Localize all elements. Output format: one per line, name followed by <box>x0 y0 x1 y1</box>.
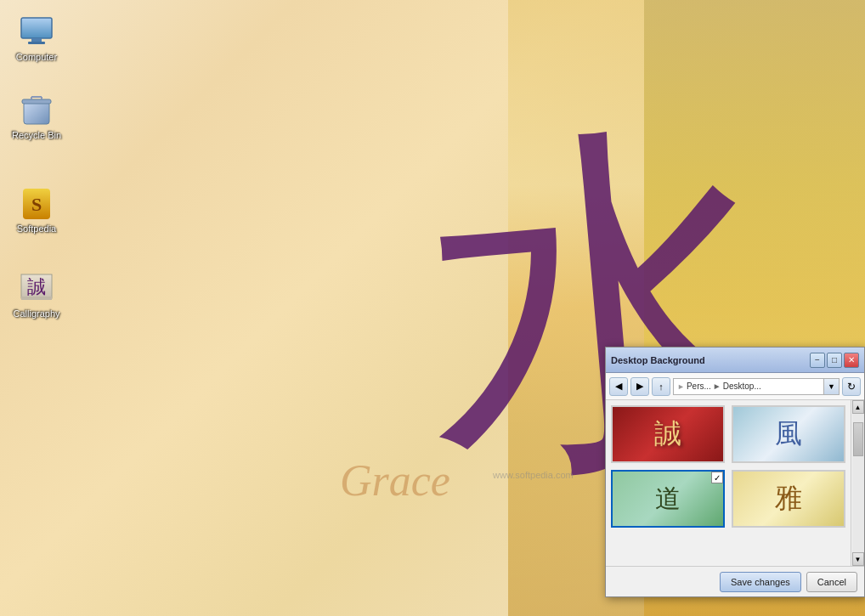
dialog-content: 誠 風 道 ✓ <box>606 400 864 566</box>
calligraphy-icon-label: Calligraphy <box>13 308 59 319</box>
address-bar: ◀ ▶ ↑ ► Pers... ► Desktop... ▼ ↻ <box>606 373 864 400</box>
desktop-background-dialog: Desktop Background − □ ✕ ◀ ▶ ↑ ► Pers...… <box>605 347 865 597</box>
wallpaper-thumb-3: 道 <box>611 470 725 528</box>
scrollbar: ▲ ▼ <box>851 400 864 566</box>
wallpaper-thumb-1: 誠 <box>611 405 725 463</box>
calligraphy-icon-img: 誠 <box>20 272 54 306</box>
scroll-up-button[interactable]: ▲ <box>852 400 864 414</box>
addr-path-1: Pers... <box>687 381 711 391</box>
svg-rect-1 <box>31 38 42 42</box>
dialog-footer: Save changes Cancel <box>606 566 864 596</box>
up-button[interactable]: ↑ <box>652 377 670 396</box>
svg-rect-12 <box>21 297 52 300</box>
titlebar-buttons: − □ ✕ <box>810 353 859 368</box>
wp3-char: 道 <box>655 482 681 517</box>
address-dropdown[interactable]: ▼ <box>824 378 840 395</box>
address-input[interactable]: ► Pers... ► Desktop... <box>673 378 824 395</box>
wallpaper-grid: 誠 風 道 ✓ <box>606 400 851 566</box>
save-changes-button[interactable]: Save changes <box>720 572 801 592</box>
desktop-icon-computer[interactable]: Computer <box>7 15 66 62</box>
softpedia-icon-label: Softpedia <box>17 223 56 234</box>
minimize-button[interactable]: − <box>810 353 825 368</box>
recycle-icon-label: Recycle Bin <box>12 130 61 140</box>
wallpaper-item-1[interactable]: 誠 <box>611 405 725 463</box>
wallpaper-thumb-4: 雅 <box>732 470 845 528</box>
wp2-char: 風 <box>775 415 802 453</box>
scroll-track <box>852 414 864 552</box>
refresh-button[interactable]: ↻ <box>842 377 861 396</box>
dialog-title: Desktop Background <box>611 355 705 365</box>
desktop-icon-recycle[interactable]: Recycle Bin <box>7 93 66 140</box>
desktop-icon-softpedia[interactable]: S Softpedia <box>7 187 66 234</box>
svg-text:誠: 誠 <box>27 276 46 297</box>
wallpaper-thumb-2: 風 <box>732 405 845 463</box>
svg-rect-0 <box>21 18 52 38</box>
dialog-titlebar: Desktop Background − □ ✕ <box>606 348 864 373</box>
cancel-button[interactable]: Cancel <box>806 572 857 592</box>
recycle-icon-img <box>20 93 54 127</box>
svg-rect-4 <box>22 99 51 104</box>
svg-rect-2 <box>28 42 45 44</box>
computer-icon-img <box>20 15 54 49</box>
wp4-char: 雅 <box>775 480 802 517</box>
forward-button[interactable]: ▶ <box>630 377 649 396</box>
svg-rect-3 <box>24 102 49 124</box>
wallpaper-item-3[interactable]: 道 ✓ <box>611 470 725 528</box>
softpedia-watermark: www.softpedia.com <box>493 470 574 480</box>
grace-watermark: Grace <box>340 455 450 506</box>
svg-text:S: S <box>31 194 42 215</box>
restore-button[interactable]: □ <box>827 353 842 368</box>
desktop: 水 Grace www.softpedia.com Computer <box>0 0 865 616</box>
wp3-checkbox[interactable]: ✓ <box>711 472 723 483</box>
addr-path-2: Desktop... <box>723 381 761 391</box>
back-button[interactable]: ◀ <box>609 377 628 396</box>
wallpaper-item-2[interactable]: 風 <box>732 405 845 463</box>
wp1-char: 誠 <box>654 415 681 453</box>
wallpaper-item-4[interactable]: 雅 <box>732 470 845 528</box>
close-button[interactable]: ✕ <box>844 353 859 368</box>
scroll-thumb[interactable] <box>853 422 863 456</box>
desktop-icon-calligraphy[interactable]: 誠 Calligraphy <box>7 272 66 319</box>
computer-icon-label: Computer <box>16 52 57 62</box>
softpedia-icon-img: S <box>20 187 54 221</box>
scroll-down-button[interactable]: ▼ <box>852 552 864 566</box>
